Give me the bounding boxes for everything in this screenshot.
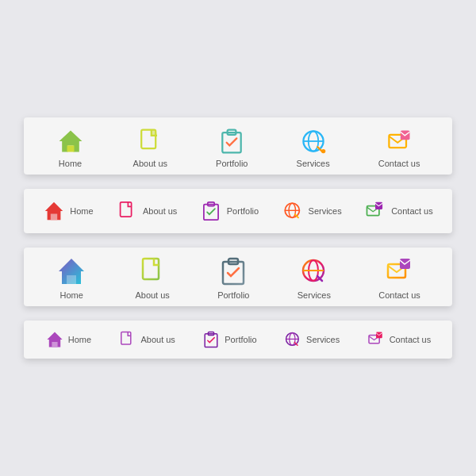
mail-icon-4 <box>367 330 386 349</box>
file-icon-4 <box>117 330 136 349</box>
globe-icon-1 <box>299 127 328 155</box>
file-icon-2 <box>116 200 138 222</box>
home-icon-4 <box>45 330 64 349</box>
svg-rect-33 <box>52 342 57 347</box>
mail-icon-3 <box>384 255 416 287</box>
globe-icon-3 <box>298 255 330 287</box>
portfolio-label-1: Portfolio <box>216 159 248 168</box>
home-label-3: Home <box>60 290 83 300</box>
nav-item-home-1[interactable]: Home <box>56 127 85 168</box>
nav-item-services-2[interactable]: Services <box>282 200 342 222</box>
about-label-4: About us <box>140 335 175 344</box>
svg-rect-34 <box>121 332 131 344</box>
nav-item-services-3[interactable]: Services <box>298 255 331 300</box>
navbar-2: Home About us Portfolio Services <box>24 189 452 233</box>
nav-item-services-4[interactable]: Services <box>283 330 340 349</box>
about-label-1: About us <box>133 159 167 168</box>
nav-item-about-2[interactable]: About us <box>116 200 177 222</box>
svg-point-9 <box>321 149 325 153</box>
clipboard-icon-1 <box>217 127 246 155</box>
contact-label-3: Contact us <box>378 290 420 300</box>
home-icon-2 <box>43 200 65 222</box>
about-label-3: About us <box>135 290 169 300</box>
home-icon-1 <box>56 127 85 155</box>
portfolio-label-3: Portfolio <box>217 290 249 300</box>
svg-rect-14 <box>121 202 132 217</box>
navbar-1: Home About us Portfolio Services <box>24 117 452 175</box>
mail-icon-2 <box>364 200 386 222</box>
svg-rect-13 <box>51 214 57 221</box>
mail-icon-1 <box>385 127 413 155</box>
contact-label-4: Contact us <box>390 335 432 344</box>
svg-rect-23 <box>67 275 76 284</box>
services-label-2: Services <box>309 206 342 216</box>
nav-item-portfolio-2[interactable]: Portfolio <box>200 200 259 222</box>
nav-item-services-1[interactable]: Services <box>297 127 330 168</box>
nav-item-home-2[interactable]: Home <box>43 200 93 222</box>
nav-item-home-4[interactable]: Home <box>45 330 91 349</box>
home-label-2: Home <box>70 206 93 216</box>
portfolio-label-2: Portfolio <box>227 206 259 216</box>
clipboard-icon-3 <box>217 255 249 287</box>
globe-icon-4 <box>283 330 302 349</box>
clipboard-icon-2 <box>200 200 222 222</box>
portfolio-label-4: Portfolio <box>225 335 256 344</box>
nav-item-contact-2[interactable]: Contact us <box>364 200 433 222</box>
nav-item-about-4[interactable]: About us <box>117 330 175 349</box>
contact-label-2: Contact us <box>391 206 433 216</box>
file-icon-1 <box>136 127 164 155</box>
services-label-3: Services <box>298 290 331 300</box>
nav-item-contact-1[interactable]: Contact us <box>378 127 420 168</box>
svg-rect-1 <box>67 145 74 152</box>
home-icon-3 <box>56 255 87 287</box>
nav-item-about-3[interactable]: About us <box>135 255 169 300</box>
svg-rect-24 <box>143 259 159 279</box>
nav-item-home-3[interactable]: Home <box>56 255 87 300</box>
globe-icon-2 <box>282 200 304 222</box>
nav-item-portfolio-3[interactable]: Portfolio <box>217 255 249 300</box>
about-label-2: About us <box>143 206 177 216</box>
file-icon-3 <box>136 255 168 287</box>
nav-item-portfolio-1[interactable]: Portfolio <box>216 127 248 168</box>
nav-item-contact-3[interactable]: Contact us <box>378 255 420 300</box>
contact-label-1: Contact us <box>378 159 420 168</box>
navbar-4: Home About us Portfolio Services <box>24 321 452 359</box>
nav-item-about-1[interactable]: About us <box>133 127 167 168</box>
home-label-4: Home <box>68 335 91 344</box>
nav-item-portfolio-4[interactable]: Portfolio <box>202 330 256 349</box>
clipboard-icon-4 <box>202 330 221 349</box>
navbar-3: Home About us P <box>24 248 452 306</box>
services-label-4: Services <box>306 335 340 344</box>
nav-item-contact-4[interactable]: Contact us <box>367 330 432 349</box>
home-label-1: Home <box>59 159 82 168</box>
services-label-1: Services <box>297 159 330 168</box>
